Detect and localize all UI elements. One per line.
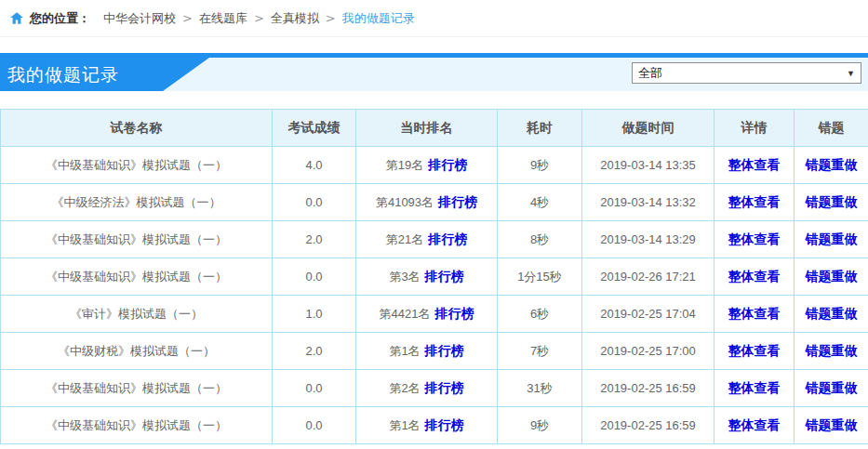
exam-score-cell: 2.0: [273, 221, 356, 258]
exam-rank-cell: 第21名排行榜: [356, 221, 498, 258]
table-row: 《中级基础知识》模拟试题（一）0.0第1名排行榜9秒2019-02-25 16:…: [1, 407, 868, 444]
table-row: 《中级基础知识》模拟试题（一）0.0第3名排行榜1分15秒2019-02-26 …: [1, 258, 868, 296]
exam-duration-cell: 6秒: [498, 296, 582, 333]
rank-text: 第4421名: [380, 307, 431, 321]
redo-wrong-link[interactable]: 错题重做: [806, 194, 858, 209]
exam-name-cell: 《中级经济法》模拟试题（一）: [1, 184, 273, 221]
exam-wrong-cell: 错题重做: [795, 184, 868, 221]
overall-view-link[interactable]: 整体查看: [728, 306, 781, 321]
exam-detail-cell: 整体查看: [714, 407, 795, 444]
overall-view-link[interactable]: 整体查看: [728, 194, 781, 209]
exam-duration-cell: 8秒: [498, 221, 582, 258]
records-table-body: 《中级基础知识》模拟试题（一）4.0第19名排行榜9秒2019-03-14 13…: [1, 147, 868, 444]
exam-time-cell: 2019-02-26 17:21: [582, 258, 714, 296]
leaderboard-link[interactable]: 排行榜: [425, 380, 464, 395]
breadcrumb-prefix: 您的位置：: [30, 10, 90, 27]
page-title: 我的做题记录: [7, 63, 119, 87]
exam-rank-cell: 第2名排行榜: [356, 370, 498, 407]
column-header-duration: 耗时: [498, 110, 582, 147]
redo-wrong-link[interactable]: 错题重做: [806, 157, 858, 172]
rank-text: 第1名: [389, 418, 420, 432]
exam-wrong-cell: 错题重做: [795, 258, 868, 296]
filter-select[interactable]: 全部 ▼: [632, 62, 861, 84]
exam-score-cell: 1.0: [273, 296, 356, 333]
column-header-wrong: 错题: [795, 110, 868, 147]
exam-duration-cell: 1分15秒: [498, 258, 582, 296]
breadcrumb-link-site[interactable]: 中华会计网校: [103, 10, 176, 27]
redo-wrong-link[interactable]: 错题重做: [806, 343, 858, 358]
exam-score-cell: 4.0: [273, 147, 356, 184]
exam-wrong-cell: 错题重做: [795, 370, 868, 407]
overall-view-link[interactable]: 整体查看: [728, 157, 781, 172]
leaderboard-link[interactable]: 排行榜: [434, 306, 474, 321]
leaderboard-link[interactable]: 排行榜: [428, 231, 467, 246]
leaderboard-link[interactable]: 排行榜: [425, 269, 464, 284]
rank-text: 第19名: [386, 158, 423, 172]
filter-selected-value: 全部: [638, 65, 662, 82]
page-header: 我的做题记录 全部 ▼: [0, 53, 868, 91]
exam-time-cell: 2019-02-25 16:59: [582, 370, 714, 407]
redo-wrong-link[interactable]: 错题重做: [806, 269, 858, 284]
overall-view-link[interactable]: 整体查看: [728, 231, 781, 246]
exam-name-cell: 《中级基础知识》模拟试题（一）: [1, 407, 273, 444]
exam-rank-cell: 第1名排行榜: [356, 333, 498, 370]
redo-wrong-link[interactable]: 错题重做: [806, 417, 858, 432]
overall-view-link[interactable]: 整体查看: [728, 417, 781, 432]
exam-score-cell: 2.0: [273, 333, 356, 370]
exam-duration-cell: 4秒: [498, 184, 582, 221]
exam-detail-cell: 整体查看: [714, 333, 795, 370]
exam-time-cell: 2019-02-25 17:00: [582, 333, 714, 370]
column-header-rank: 当时排名: [356, 110, 498, 147]
table-row: 《中级财税》模拟试题（一）2.0第1名排行榜7秒2019-02-25 17:00…: [1, 333, 868, 370]
exam-name-cell: 《中级基础知识》模拟试题（一）: [1, 221, 273, 258]
rank-text: 第2名: [389, 381, 420, 395]
exam-score-cell: 0.0: [273, 184, 356, 221]
exam-score-cell: 0.0: [273, 258, 356, 296]
overall-view-link[interactable]: 整体查看: [728, 380, 781, 395]
overall-view-link[interactable]: 整体查看: [728, 343, 781, 358]
redo-wrong-link[interactable]: 错题重做: [806, 380, 858, 395]
leaderboard-link[interactable]: 排行榜: [425, 417, 464, 432]
records-table-header: 试卷名称 考试成绩 当时排名 耗时 做题时间 详情 错题: [1, 110, 868, 147]
leaderboard-link[interactable]: 排行榜: [428, 157, 467, 172]
exam-time-cell: 2019-02-25 17:04: [582, 296, 714, 333]
breadcrumb-link-question-bank[interactable]: 在线题库: [199, 10, 247, 27]
table-row: 《审计》模拟试题（一）1.0第4421名排行榜6秒2019-02-25 17:0…: [1, 296, 868, 333]
breadcrumb-separator: >: [182, 11, 193, 25]
exam-name-cell: 《中级基础知识》模拟试题（一）: [1, 370, 273, 407]
table-row: 《中级基础知识》模拟试题（一）0.0第2名排行榜31秒2019-02-25 16…: [1, 370, 868, 407]
redo-wrong-link[interactable]: 错题重做: [806, 306, 858, 321]
exam-duration-cell: 9秒: [498, 407, 582, 444]
breadcrumb-current: 我的做题记录: [342, 10, 415, 27]
records-table: 试卷名称 考试成绩 当时排名 耗时 做题时间 详情 错题 《中级基础知识》模拟试…: [0, 109, 868, 444]
column-header-score: 考试成绩: [273, 110, 356, 147]
exam-rank-cell: 第4421名排行榜: [356, 296, 498, 333]
leaderboard-link[interactable]: 排行榜: [425, 343, 464, 358]
column-header-time: 做题时间: [582, 110, 714, 147]
exam-wrong-cell: 错题重做: [795, 147, 868, 184]
breadcrumb: 您的位置： 中华会计网校 > 在线题库 > 全真模拟 > 我的做题记录: [0, 0, 868, 37]
column-header-exam-name: 试卷名称: [1, 110, 273, 147]
exam-score-cell: 0.0: [273, 370, 356, 407]
exam-time-cell: 2019-03-14 13:29: [582, 221, 714, 258]
exam-time-cell: 2019-03-14 13:32: [582, 184, 714, 221]
overall-view-link[interactable]: 整体查看: [728, 269, 781, 284]
rank-text: 第3名: [389, 270, 420, 284]
exam-time-cell: 2019-03-14 13:35: [582, 147, 714, 184]
exam-name-cell: 《中级基础知识》模拟试题（一）: [1, 258, 273, 296]
exam-detail-cell: 整体查看: [714, 296, 795, 333]
breadcrumb-separator: >: [326, 11, 336, 25]
exam-time-cell: 2019-02-25 16:59: [582, 407, 714, 444]
exam-detail-cell: 整体查看: [714, 221, 795, 258]
breadcrumb-link-mock-exam[interactable]: 全真模拟: [271, 10, 319, 27]
exam-duration-cell: 31秒: [498, 370, 582, 407]
table-row: 《中级经济法》模拟试题（一）0.0第41093名排行榜4秒2019-03-14 …: [1, 184, 868, 221]
exam-detail-cell: 整体查看: [714, 258, 795, 296]
table-row: 《中级基础知识》模拟试题（一）2.0第21名排行榜8秒2019-03-14 13…: [1, 221, 868, 258]
redo-wrong-link[interactable]: 错题重做: [806, 231, 858, 246]
table-row: 《中级基础知识》模拟试题（一）4.0第19名排行榜9秒2019-03-14 13…: [1, 147, 868, 184]
exam-wrong-cell: 错题重做: [795, 221, 868, 258]
leaderboard-link[interactable]: 排行榜: [438, 194, 477, 209]
exam-rank-cell: 第3名排行榜: [356, 258, 498, 296]
exam-rank-cell: 第19名排行榜: [356, 147, 498, 184]
